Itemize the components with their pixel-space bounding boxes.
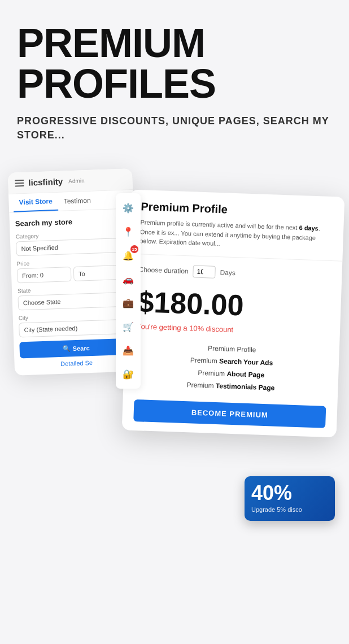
admin-badge: Admin: [68, 178, 85, 185]
tab-visit-store[interactable]: Visit Store: [13, 193, 58, 212]
promo-percent: 40%: [251, 483, 328, 503]
feature-list: Premium Profile Premium Search Your Ads …: [134, 340, 328, 396]
duration-unit: Days: [220, 268, 235, 277]
logout-icon-item[interactable]: 🔐: [120, 366, 136, 382]
screenshots-wrapper: licsfinity Admin Visit Store Testimon Se…: [17, 159, 332, 566]
duration-input[interactable]: [193, 265, 216, 278]
duration-label: Choose duration: [138, 266, 188, 275]
category-input[interactable]: Not Specified: [16, 238, 129, 256]
download-icon-item[interactable]: 📥: [120, 342, 136, 358]
state-input[interactable]: Choose State: [18, 292, 131, 311]
tab-testimonials[interactable]: Testimon: [58, 192, 97, 211]
price-from-input[interactable]: From: 0: [17, 267, 72, 284]
premium-desc: Premium profile is currently active and …: [139, 218, 333, 253]
location-icon-item[interactable]: 📍: [120, 224, 136, 240]
hero-subtitle: PROGRESSIVE DISCOUNTS, UNIQUE PAGES, SEA…: [17, 114, 332, 142]
price-display: $180.00: [137, 285, 330, 325]
notification-badge: 15: [130, 245, 138, 253]
settings-icon-item[interactable]: ⚙️: [120, 200, 136, 216]
premium-header: Premium Profile Premium profile is curre…: [128, 190, 345, 262]
logo-text: licsfinity: [28, 177, 63, 188]
hero-section: PREMIUM PROFILES PROGRESSIVE DISCOUNTS, …: [0, 0, 349, 577]
city-input[interactable]: City (State needed): [19, 319, 132, 338]
front-screen: Premium Profile Premium profile is curre…: [122, 190, 345, 438]
hamburger-icon[interactable]: [15, 180, 24, 187]
notifications-icon-item[interactable]: 🔔 15: [120, 247, 136, 263]
car-icon-item[interactable]: 🚗: [120, 271, 136, 287]
briefcase-icon-item[interactable]: 💼: [120, 295, 136, 311]
promo-card: 40% Upgrade 5% disco: [245, 476, 335, 521]
duration-row: Choose duration Days: [138, 263, 331, 282]
premium-body: Choose duration Days $180.00 You're gett…: [122, 254, 343, 437]
discount-text: You're getting a 10% discount: [137, 322, 329, 337]
search-icon: 🔍: [62, 345, 70, 353]
page-title: PREMIUM PROFILES: [17, 23, 332, 104]
promo-text: Upgrade 5% disco: [251, 506, 328, 514]
sidebar-icons: ⚙️ 📍 🔔 15 🚗 💼 🛒 📥 🔐: [116, 193, 141, 389]
search-store-title: Search my store: [15, 216, 128, 228]
cart-icon-item[interactable]: 🛒: [120, 319, 136, 334]
premium-title: Premium Profile: [141, 201, 333, 220]
become-premium-button[interactable]: BECOME PREMIUM: [133, 399, 326, 428]
